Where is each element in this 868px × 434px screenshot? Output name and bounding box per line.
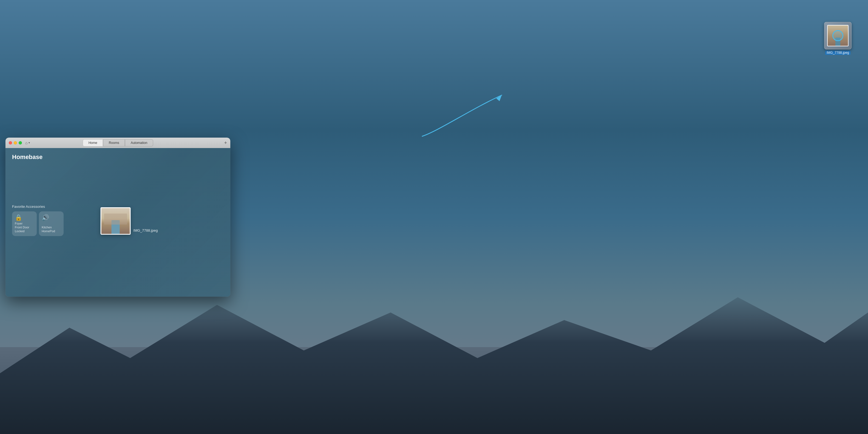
traffic-lights — [9, 141, 22, 145]
zoom-circle — [832, 30, 843, 41]
floating-image-filename: IMG_7788.jpeg — [133, 228, 158, 232]
accessory-tile-foyer-lock[interactable]: 🔒 FoyerFront DoorLocked — [12, 211, 37, 236]
minimize-button[interactable] — [14, 141, 17, 145]
tab-bar: Home Rooms Automation — [83, 139, 153, 146]
home-app-window: ⌂ ▾ Home Rooms Automation + Homebase IMG… — [5, 137, 230, 297]
title-bar: ⌂ ▾ Home Rooms Automation + — [5, 137, 230, 148]
add-button[interactable]: + — [224, 141, 227, 145]
desktop-file-icon[interactable]: IMG_7788.jpeg — [824, 22, 851, 55]
tab-home[interactable]: Home — [83, 139, 103, 146]
speaker-icon: 🔊 — [42, 214, 49, 221]
tab-automation[interactable]: Automation — [125, 139, 153, 146]
desktop-file-label: IMG_7788.jpeg — [825, 51, 850, 55]
house-thumbnail — [101, 208, 130, 234]
file-icon-wrapper — [824, 22, 851, 49]
accessory-name-kitchen: KitchenHomePod — [42, 225, 55, 233]
home-icon: ⌂ — [25, 141, 27, 145]
floating-image-container: IMG_7788.jpeg — [101, 207, 158, 235]
app-content: Homebase IMG_7788.jpeg Favorite Accessor… — [5, 148, 230, 297]
page-title: Homebase — [12, 154, 224, 161]
home-nav[interactable]: ⌂ ▾ — [25, 141, 30, 145]
svg-marker-0 — [496, 95, 502, 101]
tab-rooms[interactable]: Rooms — [103, 139, 125, 146]
floating-image — [101, 207, 131, 235]
accessory-tile-kitchen-homepod[interactable]: 🔊 KitchenHomePod — [39, 211, 64, 236]
close-button[interactable] — [9, 141, 12, 145]
accessory-name-foyer: FoyerFront DoorLocked — [15, 221, 29, 233]
chevron-down-icon: ▾ — [29, 141, 30, 144]
arrow-connector — [417, 87, 513, 147]
lock-icon: 🔒 — [15, 214, 22, 221]
maximize-button[interactable] — [19, 141, 22, 145]
